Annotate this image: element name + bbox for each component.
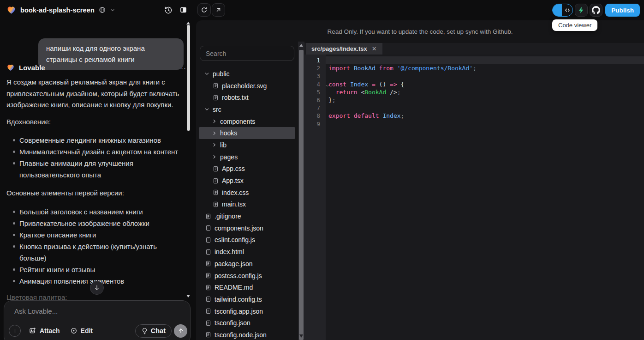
code-line bbox=[326, 72, 644, 80]
file-icon bbox=[205, 261, 211, 267]
chat-input[interactable] bbox=[14, 307, 180, 315]
tree-item-index.css[interactable]: index.css bbox=[199, 187, 295, 199]
supabase-lightning-icon bbox=[578, 6, 585, 14]
tree-item-src[interactable]: src bbox=[199, 103, 295, 115]
file-icon bbox=[205, 273, 211, 279]
tree-item-hooks[interactable]: hooks bbox=[199, 127, 295, 139]
tree-item-tsconfig.app.json[interactable]: tsconfig.app.json bbox=[199, 305, 295, 317]
project-name: book-ad-splash-screen bbox=[20, 6, 95, 14]
tree-item-robots.txt[interactable]: robots.txt bbox=[199, 91, 295, 103]
tree-item-main.tsx[interactable]: main.tsx bbox=[199, 199, 295, 211]
explorer-scrollbar-up-arrow[interactable] bbox=[299, 44, 303, 47]
tree-item-label: README.md bbox=[215, 284, 253, 291]
arrow-up-right-icon bbox=[215, 6, 222, 13]
github-icon bbox=[592, 6, 600, 14]
tree-item-app.tsx[interactable]: App.tsx bbox=[199, 175, 295, 187]
close-tab-icon[interactable]: ✕ bbox=[372, 46, 377, 52]
line-number: 1 bbox=[304, 56, 326, 64]
supabase-button[interactable] bbox=[575, 4, 588, 17]
tree-item-tsconfig.node.json[interactable]: tsconfig.node.json bbox=[199, 329, 295, 340]
code-workspace: Read Only. If you want to update the cod… bbox=[196, 20, 644, 340]
chevron-down-icon[interactable] bbox=[110, 7, 115, 13]
tree-item-tsconfig.json[interactable]: tsconfig.json bbox=[199, 317, 295, 329]
github-button[interactable] bbox=[590, 4, 602, 17]
view-mode-toggle[interactable] bbox=[552, 4, 573, 17]
file-icon bbox=[205, 237, 211, 243]
chat-mode-label: Chat bbox=[151, 327, 166, 334]
chat-scrollbar-down-arrow[interactable] bbox=[186, 295, 190, 298]
project-menu[interactable]: book-ad-splash-screen bbox=[6, 5, 115, 15]
chevron-right-icon bbox=[212, 142, 217, 147]
explorer-scrollbar-down-arrow[interactable] bbox=[299, 334, 303, 338]
code-area: 123456789 import BookAd from '@/componen… bbox=[304, 55, 644, 340]
tree-item-label: App.tsx bbox=[222, 177, 244, 184]
tree-item-tailwind.config.ts[interactable]: tailwind.config.ts bbox=[199, 293, 295, 305]
globe-icon bbox=[99, 6, 106, 13]
publish-button[interactable]: Publish bbox=[605, 4, 640, 17]
tree-item-package.json[interactable]: package.json bbox=[199, 258, 295, 270]
app: book-ad-splash-screen bbox=[0, 0, 644, 340]
chat-scrollbar-up-arrow[interactable] bbox=[186, 22, 190, 24]
tree-item-app.css[interactable]: App.css bbox=[199, 163, 295, 175]
tree-item-eslint.config.js[interactable]: eslint.config.js bbox=[199, 234, 295, 246]
scroll-to-bottom-button[interactable] bbox=[90, 281, 104, 295]
chevron-down-icon bbox=[204, 71, 209, 76]
list-item: Большой заголовок с названием книги bbox=[6, 206, 185, 218]
tree-item-label: eslint.config.js bbox=[215, 236, 255, 243]
edit-button[interactable]: Edit bbox=[70, 327, 93, 334]
attach-button[interactable]: Attach bbox=[29, 327, 60, 334]
tree-item-components.json[interactable]: components.json bbox=[199, 222, 295, 234]
chevron-right-icon bbox=[212, 131, 217, 136]
tree-item-components[interactable]: components bbox=[199, 115, 295, 128]
tree-item-index.html[interactable]: index.html bbox=[199, 246, 295, 258]
elements-heading: Основные элементы первой версии: bbox=[6, 189, 124, 197]
list-item: Привлекательное изображение обложки bbox=[6, 218, 185, 229]
file-icon bbox=[213, 83, 219, 89]
tree-item-label: index.css bbox=[222, 189, 249, 196]
plus-icon bbox=[12, 328, 18, 334]
tree-item-label: index.html bbox=[215, 248, 244, 255]
list-item: Рейтинг книги и отзывы bbox=[6, 264, 185, 275]
tab-index-tsx[interactable]: src/pages/Index.tsx ✕ bbox=[306, 43, 382, 55]
line-number: 3 bbox=[304, 72, 326, 80]
refresh-button[interactable] bbox=[197, 3, 211, 17]
explorer-scrollbar[interactable] bbox=[298, 42, 304, 340]
explorer-scrollbar-thumb[interactable] bbox=[299, 50, 304, 340]
open-external-button[interactable] bbox=[212, 3, 225, 17]
file-icon bbox=[213, 201, 219, 207]
chat-mode-button[interactable]: Chat bbox=[135, 324, 172, 338]
tree-item-label: .gitignore bbox=[215, 212, 241, 220]
panel-toggle-button[interactable] bbox=[179, 6, 188, 15]
code-viewer-toggle[interactable] bbox=[562, 4, 572, 16]
send-button[interactable] bbox=[174, 324, 187, 338]
topbar: book-ad-splash-screen bbox=[0, 0, 644, 20]
file-search-input[interactable] bbox=[200, 46, 294, 61]
refresh-icon bbox=[201, 6, 208, 13]
file-icon bbox=[213, 95, 219, 101]
tree-item-label: tsconfig.app.json bbox=[215, 308, 263, 315]
tree-item-postcss.config.js[interactable]: postcss.config.js bbox=[199, 270, 295, 282]
chat-input-toolbar: Attach Edit Chat bbox=[9, 324, 187, 338]
chevron-down-icon bbox=[204, 107, 209, 112]
preview-toggle-segment[interactable] bbox=[553, 4, 562, 16]
tree-item-.gitignore[interactable]: .gitignore bbox=[199, 210, 295, 222]
tree-item-pages[interactable]: pages bbox=[199, 151, 295, 163]
inspiration-list: Современные лендинги книжных магазиновМи… bbox=[6, 134, 185, 181]
assistant-name: Lovable bbox=[19, 64, 45, 72]
tree-item-public[interactable]: public bbox=[199, 68, 295, 80]
assistant-header: Lovable ··· bbox=[6, 63, 189, 72]
file-icon bbox=[205, 249, 211, 255]
tree-item-placeholder.svg[interactable]: placeholder.svg bbox=[199, 80, 295, 92]
tree-item-lib[interactable]: lib bbox=[199, 139, 295, 151]
line-number: 2 bbox=[304, 64, 326, 72]
edit-label: Edit bbox=[81, 327, 93, 334]
code-line: const Index = () => { bbox=[326, 80, 644, 88]
add-button[interactable] bbox=[9, 325, 21, 337]
tree-item-label: tailwind.config.ts bbox=[215, 296, 262, 303]
topbar-actions: Publish bbox=[552, 4, 640, 17]
chat-scrollbar-thumb[interactable] bbox=[187, 25, 190, 131]
history-button[interactable] bbox=[164, 6, 173, 15]
tree-item-readme.md[interactable]: README.md bbox=[199, 281, 295, 293]
tree-item-label: tsconfig.json bbox=[215, 319, 250, 327]
tree-item-label: postcss.config.js bbox=[215, 272, 262, 279]
